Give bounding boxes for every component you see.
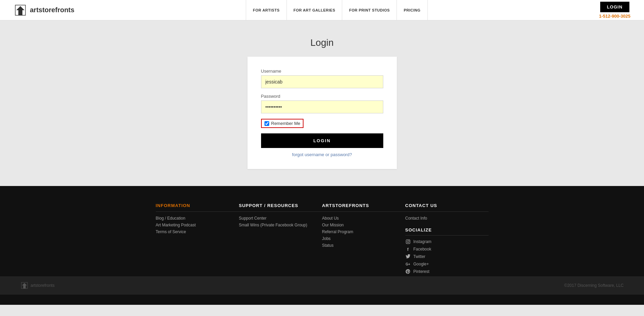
svg-marker-7 [22,283,27,285]
footer-link-jobs[interactable]: Jobs [322,236,405,241]
footer-artstorefronts-title: ARTSTOREFRONTS [322,203,405,212]
header-login-button[interactable]: LOGIN [600,2,629,12]
footer-link-support-center[interactable]: Support Center [239,216,322,221]
footer-contact-title: CONTACT US [405,203,489,212]
footer-col-support: SUPPORT / RESOURCES Support Center Small… [239,203,322,276]
facebook-icon: f [405,246,411,252]
password-input[interactable] [261,100,383,113]
footer-col-artstorefronts: ARTSTOREFRONTS About Us Our Mission Refe… [322,203,405,276]
footer-copyright: ©2017 Discerning Software, LLC [564,283,624,288]
nav-for-art-galleries[interactable]: FOR ART GALLERIES [287,0,343,20]
twitter-icon [405,254,411,259]
nav-for-print-studios[interactable]: FOR PRINT STUDIOS [342,0,397,20]
social-googleplus[interactable]: G+ Google+ [405,261,489,267]
forgot-password-link[interactable]: forgot username or password? [261,152,383,157]
remember-me-wrapper[interactable]: Remember Me [261,119,304,128]
svg-rect-8 [23,285,25,289]
footer-link-small-wins[interactable]: Small Wins (Private Facebook Group) [239,223,322,227]
footer-socialize-title: SOCIALIZE [405,227,489,236]
main-nav: FOR ARTISTS FOR ART GALLERIES FOR PRINT … [246,0,428,20]
footer-support-title: SUPPORT / RESOURCES [239,203,322,212]
footer-link-blog[interactable]: Blog / Education [156,216,239,221]
footer-information-title: INFORMATION [156,203,239,212]
footer: INFORMATION Blog / Education Art Marketi… [0,186,644,305]
social-facebook[interactable]: f Facebook [405,246,489,252]
username-label: Username [261,69,383,74]
footer-link-status[interactable]: Status [322,243,405,248]
main-content: Login Username Password Remember Me LOGI… [0,20,644,186]
pinterest-icon [405,269,411,274]
twitter-label: Twitter [413,254,425,259]
instagram-label: Instagram [413,239,431,244]
header-right: LOGIN 1-512-900-3025 [599,2,630,19]
footer-contact-info-link[interactable]: Contact Info [405,216,489,221]
logo-icon [14,3,27,17]
login-form-container: Username Password Remember Me LOGIN forg… [247,57,397,169]
password-label: Password [261,94,383,99]
svg-rect-2 [18,10,22,15]
social-twitter[interactable]: Twitter [405,254,489,259]
footer-col-contact: CONTACT US Contact Info SOCIALIZE Instag… [405,203,489,276]
phone-number: 1-512-900-3025 [599,14,630,19]
username-group: Username [261,69,383,88]
password-group: Password [261,94,383,113]
header: artstorefronts FOR ARTISTS FOR ART GALLE… [0,0,644,20]
footer-link-mission[interactable]: Our Mission [322,223,405,227]
social-instagram[interactable]: Instagram [405,239,489,244]
facebook-label: Facebook [413,247,431,252]
nav-pricing[interactable]: PRICING [397,0,427,20]
googleplus-icon: G+ [405,261,411,267]
footer-link-podcast[interactable]: Art Marketing Podcast [156,223,239,227]
logo[interactable]: artstorefronts [14,3,74,17]
footer-link-about[interactable]: About Us [322,216,405,221]
svg-point-5 [409,240,409,241]
page-title: Login [310,37,334,48]
remember-me-checkbox[interactable] [264,121,269,126]
footer-link-referral[interactable]: Referral Program [322,229,405,234]
nav-for-artists[interactable]: FOR ARTISTS [246,0,287,20]
footer-columns: INFORMATION Blog / Education Art Marketi… [135,203,509,276]
footer-link-tos[interactable]: Terms of Service [156,229,239,234]
social-pinterest[interactable]: Pinterest [405,269,489,274]
username-input[interactable] [261,75,383,88]
footer-bottom-logo[interactable]: artstorefronts [20,281,55,290]
instagram-icon [405,239,411,244]
svg-point-4 [407,241,409,243]
googleplus-label: Google+ [413,262,429,266]
svg-rect-3 [406,240,410,244]
footer-logo-text: artstorefronts [31,283,55,288]
footer-bottom: artstorefronts ©2017 Discerning Software… [0,276,644,295]
logo-text: artstorefronts [30,6,74,14]
pinterest-label: Pinterest [413,269,429,274]
remember-me-label: Remember Me [271,121,300,126]
footer-logo-icon [20,281,29,290]
login-submit-button[interactable]: LOGIN [261,133,383,148]
footer-col-information: INFORMATION Blog / Education Art Marketi… [156,203,239,276]
svg-marker-1 [16,6,24,10]
